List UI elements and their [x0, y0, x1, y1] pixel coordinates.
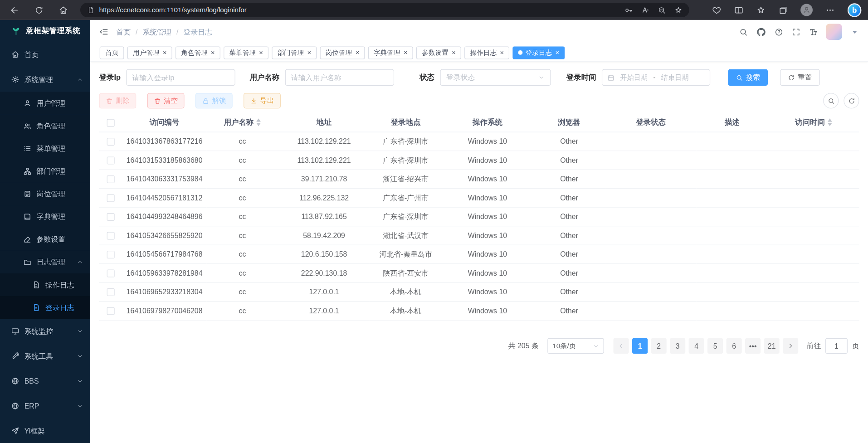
reset-button[interactable]: 重置	[780, 69, 820, 86]
bing-icon[interactable]: b	[848, 3, 862, 17]
search-toggle-button[interactable]	[823, 93, 839, 108]
browser-home-button[interactable]	[59, 5, 68, 15]
tab-param-settings[interactable]: 参数设置×	[416, 46, 461, 59]
sidebar-item-param-settings[interactable]: 参数设置	[0, 228, 90, 251]
sidebar-item-bbs[interactable]: BBS	[0, 369, 90, 394]
column-header[interactable]: 访问时间	[768, 113, 859, 132]
tab-close-icon[interactable]: ×	[163, 49, 167, 56]
tab-close-icon[interactable]: ×	[307, 49, 312, 56]
clear-button[interactable]: 清空	[147, 93, 185, 108]
zoom-out-icon[interactable]	[658, 6, 666, 14]
page-button-4[interactable]: 4	[689, 338, 704, 354]
row-checkbox[interactable]	[107, 307, 115, 315]
row-checkbox[interactable]	[107, 213, 115, 221]
row-checkbox[interactable]	[107, 232, 115, 240]
tab-close-icon[interactable]: ×	[500, 49, 504, 56]
login-ip-input[interactable]	[126, 69, 235, 86]
row-checkbox[interactable]	[107, 195, 115, 202]
tab-post-management[interactable]: 岗位管理×	[320, 46, 365, 59]
tab-dept-management[interactable]: 部门管理×	[272, 46, 317, 59]
fullscreen-icon[interactable]	[792, 27, 801, 36]
question-icon[interactable]	[775, 27, 784, 36]
goto-page-input[interactable]	[825, 338, 848, 354]
sidebar-item-login-log[interactable]: 登录日志	[0, 296, 90, 319]
sidebar-item-user-management[interactable]: 用户管理	[0, 92, 90, 115]
url-text[interactable]: https://ccnetcore.com:1101/system/log/lo…	[99, 6, 620, 14]
unlock-button[interactable]: 解锁	[195, 93, 233, 108]
page-size-select[interactable]: 10条/页	[547, 338, 604, 354]
tab-login-log[interactable]: 登录日志×	[513, 46, 565, 59]
favorites-icon[interactable]	[756, 5, 766, 15]
github-icon[interactable]	[756, 27, 766, 37]
sort-carets-icon[interactable]	[257, 119, 261, 127]
sidebar-item-role-management[interactable]: 角色管理	[0, 115, 90, 137]
sidebar-item-system-management[interactable]: 系统管理	[0, 67, 90, 92]
sidebar-item-dict-management[interactable]: 字典管理	[0, 205, 90, 228]
browser-essentials-icon[interactable]	[712, 5, 722, 15]
page-button-5[interactable]: 5	[707, 338, 723, 354]
breadcrumb-item[interactable]: 首页	[116, 27, 131, 37]
sidebar-item-erp[interactable]: ERP	[0, 394, 90, 419]
sidebar-item-post-management[interactable]: 岗位管理	[0, 183, 90, 205]
key-icon[interactable]	[624, 6, 633, 14]
sidebar-fold-button[interactable]	[99, 27, 109, 37]
browser-profile-avatar[interactable]	[800, 4, 813, 16]
username-input[interactable]	[285, 69, 394, 86]
collections-icon[interactable]	[778, 5, 788, 15]
app-logo[interactable]: 意框架管理系统	[0, 20, 90, 42]
tab-operation-log[interactable]: 操作日志×	[464, 46, 509, 59]
browser-more-icon[interactable]	[825, 5, 835, 15]
sidebar-item-operation-log[interactable]: 操作日志	[0, 273, 90, 296]
sidebar-item-menu-management[interactable]: 菜单管理	[0, 137, 90, 160]
delete-button[interactable]: 删除	[99, 93, 137, 108]
page-button-2[interactable]: 2	[651, 338, 667, 354]
breadcrumb-item[interactable]: 登录日志	[183, 27, 212, 37]
sidebar-item-system-tools[interactable]: 系统工具	[0, 344, 90, 369]
page-button-3[interactable]: 3	[670, 338, 685, 354]
next-page-button[interactable]	[783, 338, 798, 354]
page-button-21[interactable]: 21	[764, 338, 780, 354]
sidebar-item-yi-framework[interactable]: Yi框架	[0, 419, 90, 443]
font-size-icon[interactable]	[809, 27, 818, 36]
page-button-1[interactable]: 1	[632, 338, 648, 354]
split-screen-icon[interactable]	[734, 5, 744, 15]
address-bar[interactable]: https://ccnetcore.com:1101/system/log/lo…	[80, 3, 689, 17]
column-header[interactable]: 用户名称	[206, 113, 278, 132]
tab-role-management[interactable]: 角色管理×	[176, 46, 220, 59]
row-checkbox[interactable]	[107, 288, 115, 296]
row-checkbox[interactable]	[107, 175, 115, 183]
tab-close-icon[interactable]: ×	[404, 49, 408, 56]
breadcrumb-item[interactable]: 系统管理	[142, 27, 171, 37]
page-button-6[interactable]: 6	[727, 338, 742, 354]
sidebar-item-log-management[interactable]: 日志管理	[0, 251, 90, 273]
export-button[interactable]: 导出	[244, 93, 281, 108]
sort-carets-icon[interactable]	[828, 119, 832, 127]
sidebar-item-home[interactable]: 首页	[0, 42, 90, 67]
user-avatar[interactable]	[826, 24, 842, 39]
browser-refresh-button[interactable]	[34, 5, 44, 15]
more-pages-button[interactable]: •••	[745, 338, 761, 354]
tab-close-icon[interactable]: ×	[356, 49, 360, 56]
tab-home[interactable]: 首页	[100, 46, 124, 59]
favorite-add-icon[interactable]	[674, 6, 683, 14]
caret-down-icon[interactable]	[850, 27, 859, 36]
search-button[interactable]: 搜索	[728, 69, 768, 86]
sidebar-item-dept-management[interactable]: 部门管理	[0, 160, 90, 183]
select-all-checkbox[interactable]	[107, 119, 115, 127]
table-refresh-button[interactable]	[844, 93, 859, 108]
tab-menu-management[interactable]: 菜单管理×	[224, 46, 268, 59]
tab-close-icon[interactable]: ×	[452, 49, 456, 56]
tab-close-icon[interactable]: ×	[211, 49, 215, 56]
sidebar-item-system-monitor[interactable]: 系统监控	[0, 319, 90, 344]
status-select[interactable]: 登录状态	[440, 69, 551, 86]
row-checkbox[interactable]	[107, 270, 115, 277]
tab-close-icon[interactable]: ×	[556, 49, 560, 56]
prev-page-button[interactable]	[614, 338, 629, 354]
row-checkbox[interactable]	[107, 138, 115, 146]
tab-user-management[interactable]: 用户管理×	[127, 46, 172, 59]
row-checkbox[interactable]	[107, 157, 115, 165]
read-aloud-icon[interactable]	[641, 6, 649, 14]
login-time-range-picker[interactable]: 开始日期 - 结束日期	[602, 69, 710, 86]
header-search-icon[interactable]	[739, 27, 748, 36]
row-checkbox[interactable]	[107, 251, 115, 258]
